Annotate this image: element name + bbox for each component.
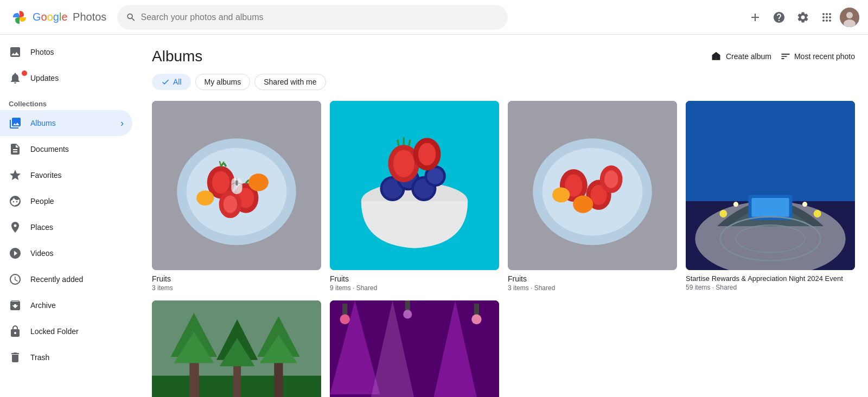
documents-icon (9, 143, 22, 156)
sidebar-favorites-label: Favorites (30, 171, 62, 180)
album-thumb-fruits1: 🖱️ (152, 101, 321, 270)
albums-actions: Create album Most recent photo (711, 51, 855, 62)
sidebar-item-places[interactable]: Places (0, 214, 132, 240)
help-button[interactable] (768, 7, 790, 28)
album-thumb-fruits2 (330, 101, 499, 270)
fruits2-image (330, 101, 499, 270)
sidebar-item-favorites[interactable]: Favorites (0, 162, 132, 188)
schedule-icon (9, 273, 22, 286)
sidebar: Photos Updates Collections Albums › Docu… (0, 35, 139, 397)
svg-point-48 (802, 202, 807, 207)
face-icon (9, 195, 22, 208)
album-card-fruits3[interactable]: Fruits 3 items · Shared (508, 101, 677, 292)
place-icon (9, 221, 22, 234)
svg-point-14 (196, 190, 214, 206)
star-icon (9, 169, 22, 182)
album-grid: 🖱️ Fruits 3 items (139, 101, 868, 397)
sidebar-item-recently-added[interactable]: Recently added (0, 266, 132, 292)
sidebar-archive-label: Archive (30, 301, 56, 310)
sidebar-item-photos[interactable]: Photos (0, 39, 132, 65)
album-name-fruits2: Fruits (330, 274, 499, 283)
album-card-purple[interactable] (330, 300, 499, 397)
sidebar-recently-added-label: Recently added (30, 275, 83, 284)
svg-point-46 (814, 210, 821, 217)
svg-point-28 (418, 143, 436, 165)
avatar-image (840, 8, 859, 27)
album-card-trees[interactable] (152, 300, 321, 397)
trash-icon (9, 351, 22, 364)
sidebar-item-trash[interactable]: Trash (0, 344, 132, 370)
sidebar-places-label: Places (30, 223, 53, 232)
topbar: Google Photos (0, 0, 868, 35)
svg-point-37 (604, 170, 618, 188)
main-layout: Photos Updates Collections Albums › Docu… (0, 35, 868, 397)
svg-point-47 (733, 202, 738, 207)
purple-image (330, 300, 499, 397)
logo-text: Google Photos (33, 11, 106, 23)
sidebar-albums-label: Albums (30, 119, 56, 127)
sidebar-photos-label: Photos (30, 48, 54, 56)
svg-point-45 (719, 210, 727, 217)
albums-header: Albums Create album Most recent photo (139, 35, 868, 74)
svg-point-70 (471, 314, 481, 324)
svg-point-26 (393, 150, 414, 177)
album-card-fruits1[interactable]: 🖱️ Fruits 3 items (152, 101, 321, 292)
svg-point-12 (224, 195, 237, 213)
archive-icon (9, 299, 22, 312)
album-thumb-purple (330, 300, 499, 397)
album-thumb-fruits3 (508, 101, 677, 270)
albums-title: Albums (152, 48, 202, 65)
google-photos-logo[interactable]: Google Photos (9, 7, 106, 28)
fruits1-image (152, 101, 321, 270)
lock-icon (9, 325, 22, 338)
trees-image (152, 300, 321, 397)
avatar[interactable] (840, 8, 859, 27)
sort-icon (780, 51, 791, 62)
svg-point-13 (248, 174, 269, 191)
sidebar-documents-label: Documents (30, 145, 69, 153)
sidebar-videos-label: Videos (30, 249, 54, 258)
album-meta-fruits2: 9 items · Shared (330, 284, 499, 292)
album-card-event[interactable]: Startise Rewards & Appreciation Night 20… (686, 101, 855, 292)
sort-button[interactable]: Most recent photo (780, 51, 855, 62)
sidebar-item-videos[interactable]: Videos (0, 240, 132, 266)
sidebar-item-people[interactable]: People (0, 188, 132, 214)
event-image (686, 101, 855, 270)
search-input[interactable] (141, 12, 500, 22)
check-icon (161, 78, 170, 86)
settings-button[interactable] (792, 7, 814, 28)
photo-icon (9, 46, 22, 59)
updates-badge (22, 71, 27, 76)
sidebar-item-updates[interactable]: Updates (0, 65, 132, 91)
svg-point-8 (212, 171, 229, 194)
sidebar-item-locked-folder[interactable]: Locked Folder (0, 318, 132, 344)
svg-rect-41 (686, 101, 855, 201)
play-circle-icon (9, 247, 22, 260)
album-card-fruits2[interactable]: Fruits 9 items · Shared (330, 101, 499, 292)
logo-icon (9, 7, 30, 28)
album-name-fruits3: Fruits (508, 274, 677, 283)
apps-button[interactable] (816, 7, 838, 28)
sidebar-item-documents[interactable]: Documents (0, 136, 132, 162)
album-thumb-trees (152, 300, 321, 397)
filter-all[interactable]: All (152, 74, 191, 90)
sidebar-trash-label: Trash (30, 353, 49, 362)
sidebar-item-albums[interactable]: Albums › (0, 110, 132, 136)
create-album-button[interactable]: Create album (711, 51, 771, 62)
albums-expand-icon: › (120, 118, 124, 129)
sidebar-updates-label: Updates (30, 74, 59, 82)
collections-section-title: Collections (0, 91, 139, 110)
svg-point-38 (573, 195, 593, 213)
search-bar[interactable] (117, 5, 508, 30)
filter-my-albums[interactable]: My albums (195, 74, 251, 90)
create-album-icon (711, 51, 722, 62)
add-button[interactable] (744, 7, 766, 28)
filter-shared-with-me[interactable]: Shared with me (254, 74, 326, 90)
album-meta-fruits3: 3 items · Shared (508, 284, 677, 292)
svg-point-66 (340, 314, 349, 324)
sidebar-item-archive[interactable]: Archive (0, 292, 132, 318)
svg-point-68 (403, 310, 412, 318)
album-name-fruits1: Fruits (152, 274, 321, 283)
fruits3-image (508, 101, 677, 270)
svg-point-2 (846, 12, 853, 18)
